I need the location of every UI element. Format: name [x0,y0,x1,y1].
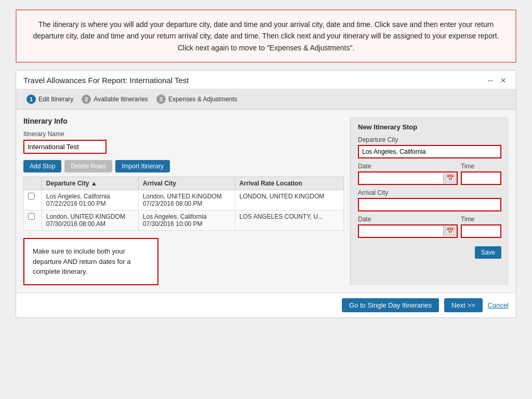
close-button[interactable]: ✕ [498,76,509,85]
departure-date-input[interactable] [359,172,443,184]
departure-time-label: Time [461,163,501,170]
step-3-number: 3 [156,95,166,104]
departure-date-group: Date 📅 [358,163,458,185]
row-checkbox[interactable] [28,193,35,200]
departure-city-cell: Los Angeles, California 07/22/2016 01:00… [42,190,138,210]
itinerary-name-group: Itinerary Name [23,130,344,154]
itinerary-name-input[interactable] [23,140,107,154]
dialog-controls: ─ ✕ [486,76,509,85]
dialog-body: Itinerary Info Itinerary Name Add Stop D… [16,110,516,292]
itinerary-name-label: Itinerary Name [23,130,344,138]
arrival-date-group: Date 📅 [358,216,458,238]
row-checkbox[interactable] [28,213,35,220]
departure-city-input[interactable] [358,145,501,158]
arrival-rate-cell: LONDON, UNITED KINGDOM [235,190,343,210]
new-stop-title: New Itinerary Stop [358,123,501,131]
step-1-label: Edit Itinerary [38,96,73,103]
departure-time-input[interactable] [461,171,501,185]
departure-city-group: Departure City [358,136,501,158]
cancel-button[interactable]: Cancel [488,301,509,309]
arrival-time-group: Time [461,216,501,238]
departure-date-calendar-button[interactable]: 📅 [443,173,457,183]
save-button[interactable]: Save [475,246,501,259]
right-panel: New Itinerary Stop Departure City Date 📅… [350,117,509,285]
add-stop-button[interactable]: Add Stop [23,160,61,172]
step-2-number: 2 [82,95,91,104]
col-checkbox [24,177,42,190]
arrival-city-cell: London, UNITED KINGDOM 07/23/2016 08:00 … [138,190,235,210]
save-row: Save [358,246,501,259]
step-2[interactable]: 2 Available Itineraries [78,93,153,105]
arrival-date-input[interactable] [359,225,443,237]
itinerary-table: Departure City ▲ Arrival City Arrival Ra… [23,177,344,231]
dialog: Travel Allowances For Report: Internatio… [16,70,516,318]
arrival-city-cell: Los Angeles, California 07/30/2016 10:00… [138,210,235,231]
departure-city-label: Departure City [358,136,501,143]
step-1[interactable]: 1 Edit Itinerary [23,93,78,105]
departure-city-cell: London, UNITED KINGDOM 07/30/2016 08:00 … [42,210,138,231]
departure-date-time-row: Date 📅 Time [358,163,501,185]
arrival-time-input[interactable] [461,224,501,238]
import-itinerary-button[interactable]: Import Itinerary [115,160,170,172]
departure-date-wrapper: 📅 [358,171,458,185]
single-day-itineraries-button[interactable]: Go to Single Day Itineraries [342,298,439,312]
col-departure-city[interactable]: Departure City ▲ [42,177,138,190]
note-box: Make sure to include both your departure… [23,238,158,285]
step-1-number: 1 [26,95,36,104]
minimize-button[interactable]: ─ [486,76,495,85]
step-3[interactable]: 3 Expenses & Adjustments [153,93,243,105]
arrival-city-input[interactable] [358,198,501,211]
row-checkbox-cell [24,190,42,210]
arrival-city-group: Arrival City [358,189,501,211]
next-button[interactable]: Next >> [444,298,483,312]
table-row: London, UNITED KINGDOM 07/30/2016 08:00 … [24,210,344,231]
arrival-date-wrapper: 📅 [358,224,458,238]
section-title: Itinerary Info [23,117,344,125]
dialog-footer: Go to Single Day Itineraries Next >> Can… [16,292,516,317]
info-box-text: The itinerary is where you will add your… [33,20,499,52]
arrival-time-label: Time [461,216,501,223]
step-3-label: Expenses & Adjustments [168,96,237,103]
col-arrival-rate: Arrival Rate Location [235,177,343,190]
table-header-row: Departure City ▲ Arrival City Arrival Ra… [24,177,344,190]
arrival-date-calendar-button[interactable]: 📅 [443,226,457,236]
dialog-title: Travel Allowances For Report: Internatio… [23,76,189,85]
table-row: Los Angeles, California 07/22/2016 01:00… [24,190,344,210]
delete-rows-button[interactable]: Delete Rows [64,160,112,172]
note-box-text: Make sure to include both your departure… [33,247,131,275]
arrival-date-label: Date [358,216,458,223]
col-arrival-city: Arrival City [138,177,235,190]
arrival-rate-cell: LOS ANGELES COUNTY, U... [235,210,343,231]
dialog-header: Travel Allowances For Report: Internatio… [16,71,516,89]
steps-bar: 1 Edit Itinerary 2 Available Itineraries… [16,89,516,110]
left-panel: Itinerary Info Itinerary Name Add Stop D… [23,117,350,285]
departure-date-label: Date [358,163,458,170]
arrival-city-label: Arrival City [358,189,501,196]
row-checkbox-cell [24,210,42,231]
step-2-label: Available Itineraries [94,96,148,103]
arrival-date-time-row: Date 📅 Time [358,216,501,238]
departure-time-group: Time [461,163,501,185]
toolbar: Add Stop Delete Rows Import Itinerary [23,160,344,172]
info-box: The itinerary is where you will add your… [16,9,516,63]
